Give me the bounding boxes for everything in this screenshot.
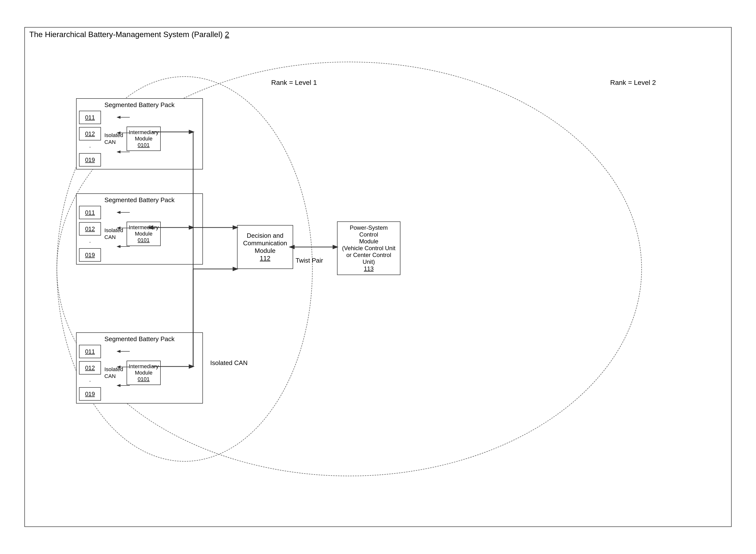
twist-pair-label: Twist Pair	[295, 257, 323, 264]
cell-019: 019	[79, 153, 101, 167]
decision-module: Decision andCommunicationModule112	[237, 225, 293, 269]
pack1-isolated-can: IsolatedCAN	[104, 132, 123, 145]
rank-level1-label: Rank = Level 1	[271, 79, 317, 87]
pack1-title: Segmented Battery Pack	[79, 101, 200, 109]
cell2-012: 012	[79, 222, 101, 235]
battery-pack-1: Segmented Battery Pack 011 012 · 019 Iso…	[76, 98, 203, 169]
pack2-cells: 011 012 · 019	[79, 206, 101, 262]
cell3-011: 011	[79, 345, 101, 358]
pack1-cells: 011 012 · 019	[79, 111, 101, 167]
pack3-cells: 011 012 · 019	[79, 345, 101, 401]
pack3-title: Segmented Battery Pack	[79, 335, 200, 343]
battery-pack-3: Segmented Battery Pack 011 012 · 019 Iso…	[76, 332, 203, 403]
cell3-012: 012	[79, 361, 101, 375]
pack3-isolated-can: IsolatedCAN	[104, 366, 123, 379]
cell-012: 012	[79, 127, 101, 141]
pack2-intermediary: IntermediaryModule0101	[126, 222, 161, 246]
pack1-intermediary: IntermediaryModule0101	[126, 126, 161, 151]
cell2-011: 011	[79, 206, 101, 219]
isolated-can-bottom-label: Isolated CAN	[210, 359, 248, 367]
cell-011: 011	[79, 111, 101, 124]
rank-level2-label: Rank = Level 2	[610, 79, 656, 87]
dots: ·	[89, 144, 91, 150]
battery-pack-2: Segmented Battery Pack 011 012 · 019 Iso…	[76, 193, 203, 265]
diagram-title: The Hierarchical Battery-Management Syst…	[29, 30, 229, 39]
cell3-019: 019	[79, 387, 101, 401]
pack2-title: Segmented Battery Pack	[79, 196, 200, 204]
pack3-intermediary: IntermediaryModule0101	[126, 361, 161, 385]
outer-frame: The Hierarchical Battery-Management Syst…	[24, 27, 732, 527]
dots3: ·	[89, 378, 91, 384]
power-module: Power-System ControlModule(Vehicle Contr…	[337, 221, 400, 275]
dots2: ·	[89, 238, 91, 245]
cell2-019: 019	[79, 248, 101, 262]
pack2-isolated-can: IsolatedCAN	[104, 227, 123, 240]
